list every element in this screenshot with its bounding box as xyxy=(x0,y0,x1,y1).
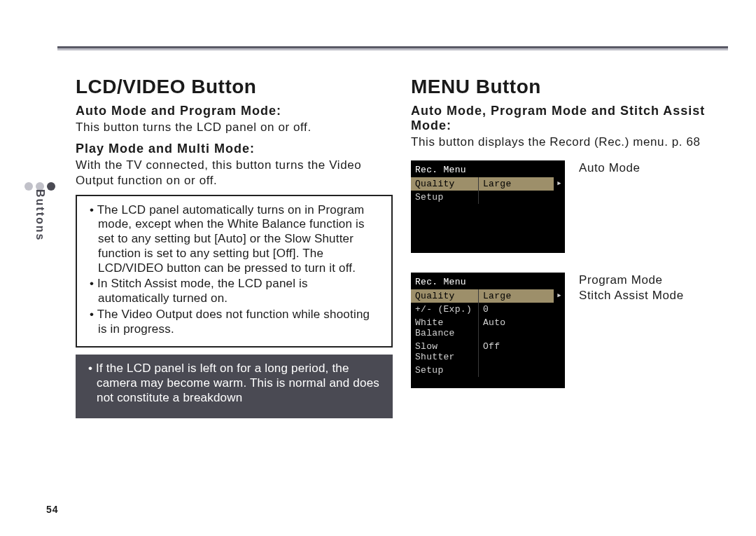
list-item: The LCD panel automatically turns on in … xyxy=(87,203,382,276)
auto-mode-screenshot: Rec. MenuQualityLarge▸Setup xyxy=(411,160,565,253)
menu-value: Large xyxy=(478,177,554,191)
auto-mode-label: Auto Mode xyxy=(579,160,640,175)
menu-arrow-icon: ▸ xyxy=(554,177,565,191)
program-mode-label: Program Mode Stitch Assist Mode xyxy=(579,273,684,303)
program-mode-screenshot: Rec. MenuQualityLarge▸+/- (Exp.)0White B… xyxy=(411,273,565,388)
menu-key: White Balance xyxy=(411,316,478,340)
menu-value: 0 xyxy=(478,303,565,316)
menu-title: Rec. Menu xyxy=(411,275,565,289)
header-rule xyxy=(57,46,728,50)
menu-row: +/- (Exp.)0 xyxy=(411,303,565,316)
menu-row: Setup xyxy=(411,191,565,204)
menu-value: Large xyxy=(478,289,554,303)
menu-value: Auto xyxy=(478,316,565,340)
sec-menu-body: This button displays the Record (Rec.) m… xyxy=(411,135,728,149)
menu-key: +/- (Exp.) xyxy=(411,303,478,316)
menu-row: QualityLarge▸ xyxy=(411,177,565,191)
sec-auto-program-title: Auto Mode and Program Mode: xyxy=(76,104,393,118)
auto-mode-row: Rec. MenuQualityLarge▸Setup Auto Mode xyxy=(411,160,728,253)
menu-key: Setup xyxy=(411,364,478,377)
menu-key: Quality xyxy=(411,177,478,191)
list-item: The Video Output does not function while… xyxy=(87,308,382,336)
menu-value: Off xyxy=(478,340,565,364)
sec-play-multi-title: Play Mode and Multi Mode: xyxy=(76,142,393,156)
warning-box: If the LCD panel is left on for a long p… xyxy=(76,355,393,418)
right-column: MENU Button Auto Mode, Program Mode and … xyxy=(411,70,728,418)
program-mode-label-1: Program Mode xyxy=(579,273,663,287)
list-item: If the LCD panel is left on for a long p… xyxy=(85,362,383,405)
menu-key: Slow Shutter xyxy=(411,340,478,364)
sec-auto-program-body: This button turns the LCD panel on or of… xyxy=(76,120,393,135)
section-tab: Buttons xyxy=(34,189,46,241)
note-list: The LCD panel automatically turns on in … xyxy=(87,203,382,337)
manual-page: Buttons LCD/VIDEO Button Auto Mode and P… xyxy=(0,0,756,536)
sec-play-multi-body: With the TV connected, this button turns… xyxy=(76,158,393,188)
menu-value xyxy=(478,364,565,377)
left-heading: LCD/VIDEO Button xyxy=(76,76,393,98)
list-item: In Stitch Assist mode, the LCD panel is … xyxy=(87,277,382,305)
menu-key: Setup xyxy=(411,191,478,204)
menu-title: Rec. Menu xyxy=(411,163,565,177)
page-number: 54 xyxy=(46,504,59,515)
menu-arrow-icon: ▸ xyxy=(554,289,565,303)
menu-row: White BalanceAuto xyxy=(411,316,565,340)
program-mode-label-2: Stitch Assist Mode xyxy=(579,289,684,302)
warning-list: If the LCD panel is left on for a long p… xyxy=(85,362,383,405)
menu-row: Slow ShutterOff xyxy=(411,340,565,364)
right-heading: MENU Button xyxy=(411,76,728,98)
menu-value xyxy=(478,191,565,204)
menu-key: Quality xyxy=(411,289,478,303)
note-box: The LCD panel automatically turns on in … xyxy=(76,195,393,348)
sec-menu-title: Auto Mode, Program Mode and Stitch Assis… xyxy=(411,104,728,133)
program-mode-row: Rec. MenuQualityLarge▸+/- (Exp.)0White B… xyxy=(411,273,728,388)
menu-row: QualityLarge▸ xyxy=(411,289,565,303)
left-column: LCD/VIDEO Button Auto Mode and Program M… xyxy=(76,70,393,418)
menu-row: Setup xyxy=(411,364,565,377)
